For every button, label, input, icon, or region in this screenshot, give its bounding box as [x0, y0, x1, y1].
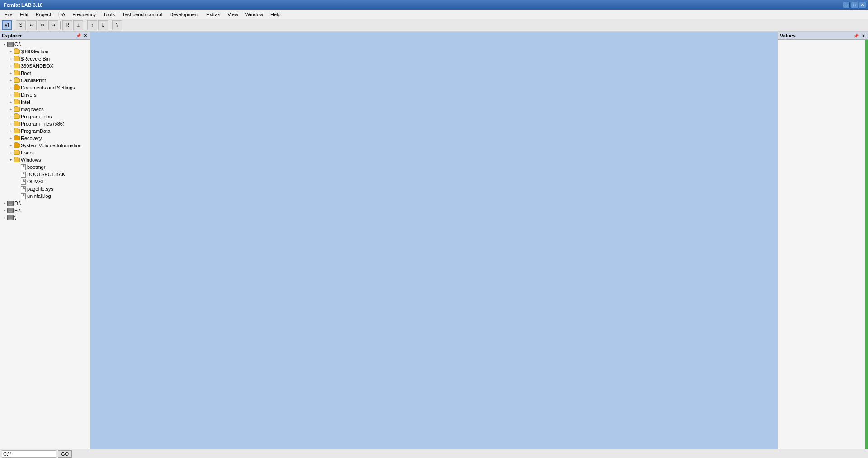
explorer-panel: Explorer 📌 ✕ ▾C:\+$360Section+$Recycle.B…	[0, 32, 90, 449]
expander-magnaecs[interactable]: +	[8, 107, 14, 112]
resize-handle[interactable]	[865, 40, 868, 449]
expander-users[interactable]: +	[8, 150, 14, 155]
expander-program-files[interactable]: +	[8, 114, 14, 119]
icon-programdata	[14, 128, 20, 134]
label-uninfall-log: uninfall.log	[27, 193, 51, 199]
expander-d-drive[interactable]: +	[2, 201, 7, 206]
tree-item-backslash[interactable]: +\	[0, 214, 90, 221]
tree-item-oemsf[interactable]: OEMSF	[0, 178, 90, 185]
explorer-close-button[interactable]: ✕	[83, 33, 88, 38]
toolbar-s-button[interactable]: S	[16, 20, 26, 30]
tree-item-recovery[interactable]: +Recovery	[0, 135, 90, 142]
path-input[interactable]	[2, 450, 56, 458]
explorer-pin-button[interactable]: 📌	[75, 33, 82, 38]
label-e-drive: E:\	[14, 208, 20, 213]
tree-item-360section[interactable]: +$360Section	[0, 48, 90, 55]
menu-item-file[interactable]: File	[1, 10, 16, 19]
tree-item-e-drive[interactable]: +E:\	[0, 207, 90, 214]
expander-programdata[interactable]: +	[8, 128, 14, 134]
tree-item-calniaprint[interactable]: +CalNiaPrint	[0, 77, 90, 84]
expander-360section[interactable]: +	[8, 49, 14, 54]
close-button[interactable]: ✕	[859, 2, 866, 8]
toolbar-perp-button[interactable]: ⟂	[73, 20, 83, 30]
expander-boot[interactable]: +	[8, 70, 14, 76]
tree-item-users[interactable]: +Users	[0, 149, 90, 156]
center-area	[90, 32, 778, 449]
tree-item-pagefile-sys[interactable]: pagefile.sys	[0, 185, 90, 192]
tree-item-docs-settings[interactable]: +Documents and Settings	[0, 84, 90, 91]
toolbar-r-button[interactable]: R	[62, 20, 72, 30]
expander-pagefile-sys[interactable]	[14, 186, 20, 192]
tree-item-windows[interactable]: ▾Windows	[0, 156, 90, 164]
expander-e-drive[interactable]: +	[2, 208, 7, 213]
tree-item-programdata[interactable]: +ProgramData	[0, 127, 90, 135]
toolbar-redo-button[interactable]: ↪	[48, 20, 58, 30]
expander-sysvolinfo[interactable]: +	[8, 143, 14, 148]
menu-item-edit[interactable]: Edit	[16, 10, 32, 19]
tree-item-360sandbox[interactable]: +360SANDBOX	[0, 62, 90, 70]
tree-item-boot[interactable]: +Boot	[0, 70, 90, 77]
expander-program-files-x86[interactable]: +	[8, 121, 14, 126]
expander-oemsf[interactable]	[14, 179, 20, 184]
expander-bootsect-bak[interactable]	[14, 172, 20, 177]
minimize-button[interactable]: ─	[843, 2, 850, 8]
toolbar-u-button[interactable]: U	[98, 20, 108, 30]
expander-calniaprint[interactable]: +	[8, 78, 14, 83]
icon-sysvolinfo	[14, 142, 20, 149]
icon-program-files	[14, 113, 20, 120]
tree-item-bootsect-bak[interactable]: BOOTSECT.BAK	[0, 171, 90, 178]
tree-item-c-drive[interactable]: ▾C:\	[0, 41, 90, 48]
explorer-title: Explorer	[2, 33, 22, 38]
icon-pagefile-sys	[20, 186, 26, 192]
toolbar: VI S ↩ ✂ ↪ R ⟂ ↕ U ?	[0, 19, 868, 32]
title-bar: Femfat LAB 3.10 ─ □ ✕	[0, 0, 868, 10]
tree-item-uninfall-log[interactable]: uninfall.log	[0, 192, 90, 200]
values-pin-button[interactable]: 📌	[853, 34, 859, 38]
tree-item-recycle-bin[interactable]: +$Recycle.Bin	[0, 55, 90, 62]
menu-item-window[interactable]: Window	[242, 10, 267, 19]
expander-docs-settings[interactable]: +	[8, 85, 14, 90]
expander-drivers[interactable]: +	[8, 92, 14, 98]
toolbar-vi-button[interactable]: VI	[2, 20, 12, 30]
menu-item-test-bench-control[interactable]: Test bench control	[118, 10, 166, 19]
menu-item-frequency[interactable]: Frequency	[69, 10, 99, 19]
explorer-tree[interactable]: ▾C:\+$360Section+$Recycle.Bin+360SANDBOX…	[0, 40, 90, 449]
label-docs-settings: Documents and Settings	[21, 85, 75, 90]
maximize-button[interactable]: □	[851, 2, 858, 8]
menu-item-tools[interactable]: Tools	[99, 10, 118, 19]
tree-item-magnaecs[interactable]: +magnaecs	[0, 106, 90, 113]
expander-bootmgr[interactable]	[14, 164, 20, 170]
expander-recovery[interactable]: +	[8, 136, 14, 141]
tree-item-intel[interactable]: +Intel	[0, 98, 90, 106]
tree-item-drivers[interactable]: +Drivers	[0, 91, 90, 98]
tree-item-program-files-x86[interactable]: +Program Files (x86)	[0, 120, 90, 127]
go-button[interactable]: GO	[58, 450, 72, 458]
expander-backslash[interactable]: +	[2, 215, 7, 220]
menu-bar: FileEditProjectDAFrequencyToolsTest benc…	[0, 10, 868, 19]
toolbar-help-button[interactable]: ?	[112, 20, 122, 30]
toolbar-scissors-button[interactable]: ✂	[38, 20, 47, 30]
menu-item-extras[interactable]: Extras	[203, 10, 224, 19]
tree-item-d-drive[interactable]: +D:\	[0, 200, 90, 207]
icon-intel	[14, 99, 20, 105]
tree-item-program-files[interactable]: +Program Files	[0, 113, 90, 120]
label-bootmgr: bootmgr	[27, 164, 45, 170]
menu-item-help[interactable]: Help	[267, 10, 284, 19]
tree-item-bootmgr[interactable]: bootmgr	[0, 164, 90, 171]
expander-recycle-bin[interactable]: +	[8, 56, 14, 61]
expander-c-drive[interactable]: ▾	[2, 42, 7, 47]
expander-windows[interactable]: ▾	[8, 157, 14, 163]
icon-magnaecs	[14, 106, 20, 112]
menu-item-development[interactable]: Development	[166, 10, 203, 19]
values-close-button[interactable]: ✕	[861, 34, 866, 38]
menu-item-view[interactable]: View	[224, 10, 242, 19]
menu-item-project[interactable]: Project	[32, 10, 55, 19]
icon-bootmgr	[20, 164, 26, 170]
tree-item-sysvolinfo[interactable]: +System Volume Information	[0, 142, 90, 149]
expander-360sandbox[interactable]: +	[8, 63, 14, 69]
toolbar-undo-button[interactable]: ↩	[27, 20, 37, 30]
toolbar-arrow-button[interactable]: ↕	[87, 20, 97, 30]
expander-intel[interactable]: +	[8, 99, 14, 105]
expander-uninfall-log[interactable]	[14, 193, 20, 199]
menu-item-da[interactable]: DA	[55, 10, 69, 19]
